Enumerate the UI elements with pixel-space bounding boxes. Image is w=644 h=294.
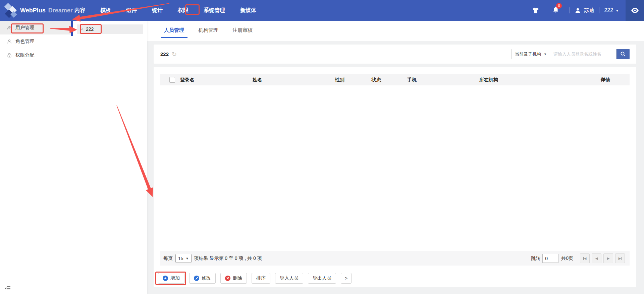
chevron-down-icon: ▼: [186, 257, 189, 260]
search-button[interactable]: [616, 49, 630, 59]
last-page-button[interactable]: ▶: [615, 253, 625, 263]
delete-button-label: 删除: [233, 275, 242, 281]
first-page-button[interactable]: ◀: [580, 253, 590, 263]
lock-icon: [7, 53, 12, 58]
tab-org-management[interactable]: 机构管理: [195, 21, 222, 38]
pagination-bar: 每页 15 ▼ 项结果 显示第 0 至 0 项 , 共 0 项 跳转 共0页 ◀…: [160, 251, 630, 266]
site-name-label: 222: [604, 7, 613, 13]
sidebar-item-label: 角色管理: [15, 39, 34, 45]
user-menu[interactable]: 苏迪: [575, 7, 594, 14]
sidebar-item-label: 权限分配: [15, 52, 34, 58]
column-header-login[interactable]: 登录名: [180, 77, 194, 83]
webplus-logo-icon: [3, 3, 19, 18]
left-sidebar: 用户管理 角色管理 权限分配: [0, 21, 73, 294]
current-org-label: 222: [160, 51, 169, 57]
next-page-button[interactable]: ▶: [603, 253, 613, 263]
results-summary: 项结果 显示第 0 至 0 项 , 共 0 项: [194, 255, 262, 262]
nav-item-stats[interactable]: 统计: [151, 6, 163, 15]
column-header-name[interactable]: 姓名: [253, 77, 262, 83]
users-icon: [7, 25, 12, 30]
column-header-org[interactable]: 所在机构: [479, 77, 498, 83]
nav-item-newmedia[interactable]: 新媒体: [239, 6, 257, 15]
user-avatar-icon: [575, 7, 581, 14]
tree-item-label: 222: [86, 26, 94, 32]
column-header-status[interactable]: 状态: [372, 77, 381, 83]
table-card: 登录名 姓名 性别 状态 手机 所在机构 详情 每页 15 ▼ 项结果 显示第 …: [154, 67, 636, 287]
delete-button[interactable]: ✕ 删除: [220, 273, 247, 284]
user-icon: [79, 27, 84, 31]
main-content: 人员管理 机构管理 注册审核 222 ↻ 当前及子机构 ▼: [147, 21, 644, 294]
total-pages-label: 共0页: [561, 255, 573, 262]
search-scope-value: 当前及子机构: [515, 51, 541, 57]
org-tree-panel: 222: [73, 21, 147, 294]
prev-page-icon: ◀: [595, 257, 598, 260]
nav-item-template[interactable]: 模板: [100, 6, 112, 15]
refresh-icon[interactable]: ↻: [172, 51, 177, 57]
sidebar-item-permission-assign[interactable]: 权限分配: [0, 48, 73, 62]
table-header-row: 登录名 姓名 性别 状态 手机 所在机构 详情: [160, 74, 630, 85]
sidebar-footer: [0, 282, 73, 294]
plus-circle-icon: +: [163, 276, 168, 281]
notification-count-badge: 0: [556, 3, 562, 9]
edit-button-label: 修改: [202, 275, 211, 281]
column-header-gender[interactable]: 性别: [335, 77, 344, 83]
sort-button-label: 排序: [256, 275, 266, 281]
import-users-label: 导入人员: [280, 275, 299, 281]
chevron-down-icon: ▼: [544, 53, 547, 56]
first-page-icon: ◀: [583, 257, 587, 260]
header-divider: [570, 7, 570, 13]
per-page-value: 15: [178, 256, 183, 261]
preview-site-button[interactable]: [626, 0, 644, 21]
header-divider: [599, 7, 599, 13]
per-page-select[interactable]: 15 ▼: [175, 254, 192, 263]
next-page-icon: ▶: [607, 257, 610, 260]
tab-registration-review[interactable]: 注册审核: [229, 21, 256, 38]
nav-item-system[interactable]: 系统管理: [203, 6, 226, 15]
notifications-button[interactable]: 0: [552, 6, 559, 15]
sidebar-item-label: 用户管理: [15, 25, 34, 31]
sidebar-item-user-management[interactable]: 用户管理: [0, 21, 73, 34]
per-page-label: 每页: [163, 255, 173, 262]
site-switcher[interactable]: 222 ▼: [604, 7, 619, 13]
top-header-bar: WebPlus Dreamer 内容 模板 组件 统计 权限 系统管理 新媒体 …: [0, 0, 644, 21]
table-action-buttons: + 增加 修改 ✕ 删除 排序 导入人员 导出人员: [158, 273, 352, 284]
jump-label: 跳转: [531, 255, 540, 262]
brand-suffix: Dreamer: [48, 7, 73, 14]
add-button[interactable]: + 增加: [158, 273, 184, 284]
brand-name: WebPlus: [20, 7, 46, 14]
search-scope-select[interactable]: 当前及子机构 ▼: [512, 49, 550, 59]
nav-item-content[interactable]: 内容: [74, 6, 86, 15]
sidebar-scrollbar-thumb[interactable]: [71, 21, 73, 36]
delete-circle-icon: ✕: [225, 276, 230, 281]
export-users-label: 导出人员: [313, 275, 331, 281]
sort-button[interactable]: 排序: [252, 273, 270, 284]
content-tabbar: 人员管理 机构管理 注册审核: [147, 21, 644, 41]
column-header-phone[interactable]: 手机: [407, 77, 417, 83]
app-logo[interactable]: WebPlus Dreamer: [3, 3, 74, 18]
tree-item-222[interactable]: 222: [77, 24, 143, 34]
nav-item-permission[interactable]: 权限: [177, 6, 189, 15]
collapse-sidebar-icon[interactable]: [5, 286, 11, 291]
nav-item-component[interactable]: 组件: [125, 6, 138, 15]
jump-page-input[interactable]: [542, 254, 558, 263]
theme-shirt-icon[interactable]: [532, 7, 539, 14]
select-all-checkbox[interactable]: [169, 77, 175, 83]
column-header-detail[interactable]: 详情: [601, 77, 610, 83]
import-users-button[interactable]: 导入人员: [275, 273, 303, 284]
table-empty-body: [160, 85, 630, 251]
more-actions-button[interactable]: >: [341, 273, 352, 284]
main-nav: 内容 模板 组件 统计 权限 系统管理 新媒体: [74, 6, 271, 15]
chevron-down-icon: ▼: [615, 9, 619, 12]
search-input[interactable]: [550, 49, 616, 59]
last-page-icon: ▶: [619, 257, 622, 260]
sidebar-item-role-management[interactable]: 角色管理: [0, 34, 73, 48]
username-label: 苏迪: [584, 7, 594, 14]
search-group: 当前及子机构 ▼: [512, 49, 630, 59]
add-button-label: 增加: [170, 275, 180, 281]
tab-personnel-management[interactable]: 人员管理: [161, 21, 187, 38]
search-icon: [620, 51, 626, 57]
prev-page-button[interactable]: ◀: [592, 253, 601, 263]
column-divider: [178, 77, 178, 83]
export-users-button[interactable]: 导出人员: [308, 273, 336, 284]
edit-button[interactable]: 修改: [189, 273, 216, 284]
